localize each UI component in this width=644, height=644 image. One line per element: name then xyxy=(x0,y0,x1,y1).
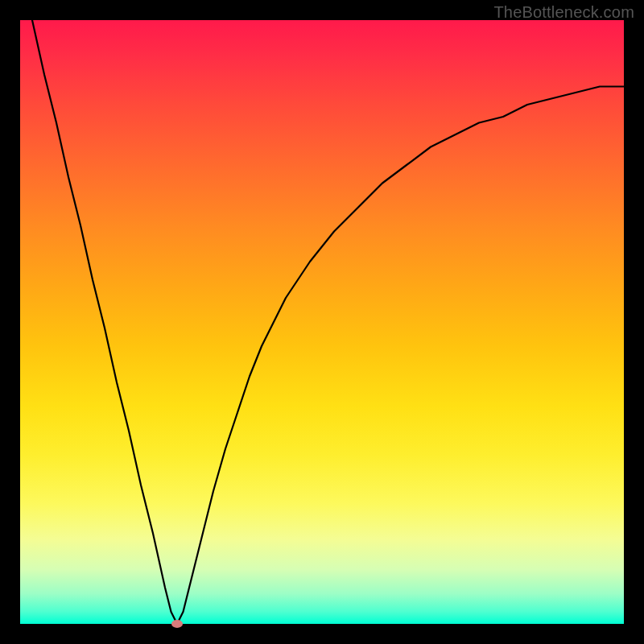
watermark-text: TheBottleneck.com xyxy=(493,3,634,22)
chart-frame: TheBottleneck.com xyxy=(0,0,644,644)
plot-area xyxy=(20,20,624,624)
minimum-marker xyxy=(171,620,183,628)
bottleneck-curve xyxy=(20,20,624,624)
